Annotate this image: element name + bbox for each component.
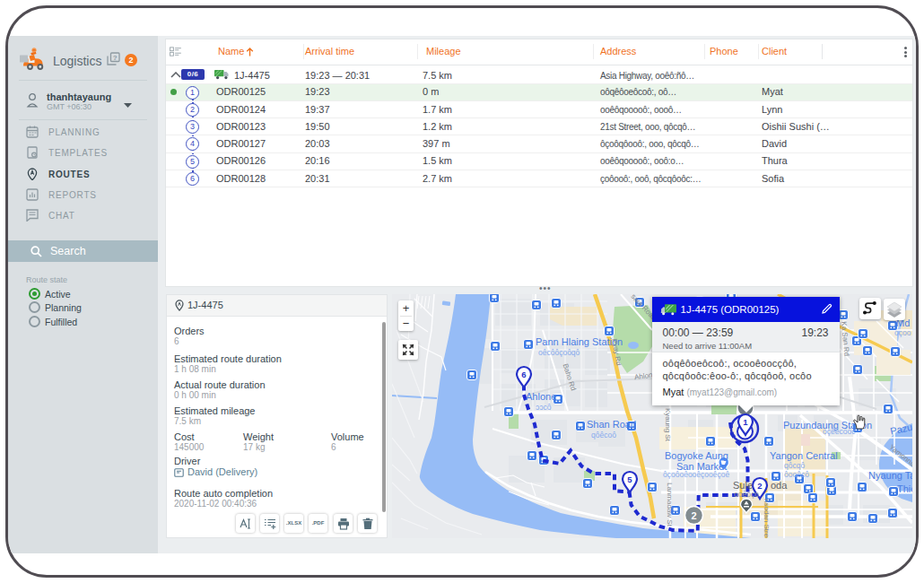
svg-text:2: 2 xyxy=(691,510,696,521)
svg-text:6: 6 xyxy=(521,370,526,379)
svg-text:2: 2 xyxy=(757,481,762,491)
svg-text:?: ? xyxy=(113,54,118,62)
svg-text:5: 5 xyxy=(627,474,632,484)
svg-text:1: 1 xyxy=(743,417,748,427)
